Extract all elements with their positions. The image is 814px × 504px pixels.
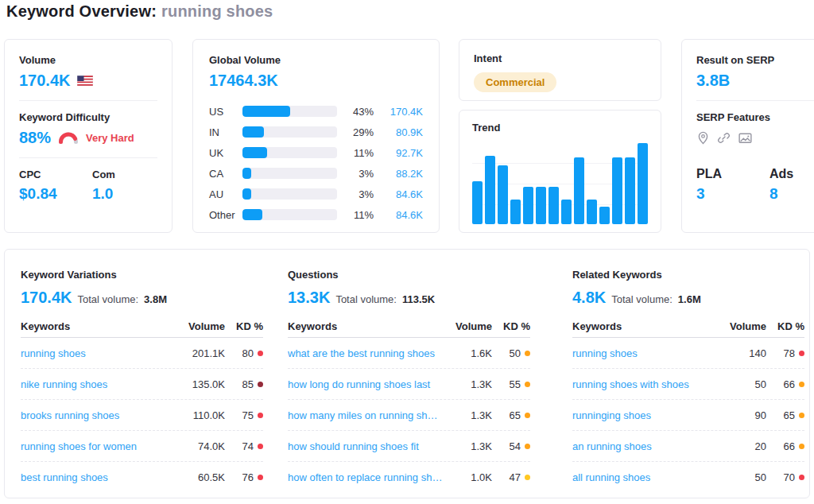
- link-icon: [717, 131, 731, 145]
- keyword-kd: 85: [225, 378, 263, 390]
- kd-value: 66: [784, 378, 795, 390]
- global-volume-value: 17464.3K: [209, 72, 278, 90]
- geo-country-label: AU: [209, 188, 242, 200]
- global-volume-title: Global Volume: [209, 54, 423, 66]
- keyword-link[interactable]: how often to replace running shoes: [288, 471, 446, 483]
- keyword-volume: 50: [720, 471, 766, 483]
- keyword-kd: 78: [766, 347, 804, 359]
- kd-dot: [799, 475, 804, 480]
- location-pin-icon: [696, 131, 710, 145]
- geo-country-label: UK: [209, 147, 242, 159]
- geo-percent: 11%: [347, 147, 374, 159]
- keyword-table-questions: Questions 13.3K Total volume: 113.5K Key…: [288, 269, 530, 493]
- kd-dot: [525, 382, 530, 387]
- geo-volume-link[interactable]: 80.9K: [383, 126, 423, 138]
- trend-bar: [510, 200, 521, 224]
- geo-row: AU 3% 84.6K: [209, 184, 423, 204]
- table-rows: running shoes 140 78 running shoes with …: [572, 338, 804, 493]
- keyword-overview-page: Keyword Overview:running shoes Volume 17…: [0, 0, 814, 504]
- column-header-kd: KD %: [766, 320, 804, 332]
- column-header-keywords: Keywords: [572, 320, 720, 332]
- difficulty-rating: Very Hard: [86, 132, 134, 144]
- serp-features-label: SERP Features: [696, 111, 814, 123]
- column-header-kd: KD %: [225, 320, 263, 332]
- keyword-volume: 60.5K: [179, 471, 225, 483]
- keyword-link[interactable]: runninging shoes: [572, 409, 720, 421]
- column-header-volume: Volume: [446, 320, 492, 332]
- geo-percent: 3%: [347, 168, 374, 180]
- kd-dot: [525, 413, 530, 418]
- divider: [19, 100, 157, 101]
- global-volume-card: Global Volume 17464.3K US 43% 170.4K IN …: [192, 39, 440, 233]
- keyword-link[interactable]: nike running shoes: [21, 378, 179, 390]
- keyword-table-keyword-variations: Keyword Variations 170.4K Total volume: …: [21, 269, 263, 493]
- kd-value: 66: [784, 440, 795, 452]
- keyword-link[interactable]: how should running shoes fit: [288, 440, 446, 452]
- geo-volume-bar-fill: [242, 147, 267, 158]
- keyword-link[interactable]: how many miles on running shoes: [288, 409, 446, 421]
- keyword-kd: 80: [225, 347, 263, 359]
- geo-percent: 29%: [347, 126, 374, 138]
- keyword-link[interactable]: running shoes: [21, 347, 179, 359]
- keyword-link[interactable]: brooks running shoes: [21, 409, 179, 421]
- table-row: how long do running shoes last 1.3K 55: [288, 369, 530, 400]
- geo-row: UK 11% 92.7K: [209, 142, 423, 163]
- keyword-link[interactable]: running shoes for women: [21, 440, 179, 452]
- volume-label: Volume: [19, 54, 157, 66]
- geo-volume-link[interactable]: 170.4K: [383, 106, 423, 118]
- trend-bar: [612, 157, 622, 224]
- keyword-link[interactable]: best running shoes: [21, 471, 179, 483]
- table-header-row: Keywords Volume KD %: [21, 316, 263, 338]
- geo-volume-bar: [242, 147, 337, 158]
- keyword-link[interactable]: running shoes with shoes: [572, 378, 720, 390]
- us-flag-icon: [77, 76, 93, 86]
- trend-bar: [536, 187, 546, 224]
- geo-volume-bar: [242, 168, 337, 179]
- keyword-volume: 135.0K: [179, 378, 225, 390]
- trend-bar: [638, 143, 648, 224]
- keyword-link[interactable]: all running shoes: [572, 471, 720, 483]
- keyword-difficulty-value: 88%: [19, 129, 51, 147]
- keyword-link[interactable]: an running shoes: [572, 440, 720, 452]
- total-volume-label: Total volume:: [335, 293, 397, 305]
- volume-block: Volume 170.4K: [19, 54, 157, 90]
- kd-value: 50: [510, 347, 521, 359]
- geo-volume-bar-fill: [242, 126, 264, 138]
- kd-value: 75: [242, 409, 254, 421]
- keyword-volume: 20: [720, 440, 766, 452]
- table-rows: running shoes 201.1K 80 nike running sho…: [21, 338, 263, 493]
- difficulty-gauge-icon: [58, 132, 79, 144]
- total-volume-value: 1.6M: [678, 293, 701, 305]
- keyword-difficulty-block: Keyword Difficulty 88% Very Hard: [19, 111, 157, 147]
- kd-dot: [258, 444, 263, 449]
- geo-volume-link[interactable]: 88.2K: [383, 168, 423, 180]
- table-row: how should running shoes fit 1.3K 54: [288, 431, 530, 462]
- keyword-link[interactable]: running shoes: [572, 347, 720, 359]
- keyword-kd: 50: [492, 347, 530, 359]
- volume-value: 170.4K: [19, 72, 71, 90]
- kd-value: 78: [784, 347, 795, 359]
- geo-volume-link[interactable]: 84.6K: [383, 188, 423, 200]
- geo-volume-link[interactable]: 84.6K: [383, 209, 423, 221]
- trend-bar: [498, 165, 508, 224]
- kd-value: 70: [784, 471, 795, 483]
- kd-value: 54: [510, 440, 521, 452]
- result-on-serp-label: Result on SERP: [696, 54, 814, 66]
- keyword-link[interactable]: what are the best running shoes: [288, 347, 446, 359]
- keyword-link[interactable]: how long do running shoes last: [288, 378, 446, 390]
- geo-percent: 11%: [347, 209, 374, 221]
- keyword-kd: 66: [766, 440, 804, 452]
- result-on-serp-block: Result on SERP 3.8B: [696, 54, 814, 90]
- geo-country-label: CA: [209, 168, 242, 180]
- keyword-volume: 1.3K: [446, 409, 492, 421]
- kd-dot: [525, 444, 530, 449]
- keyword-volume: 1.6K: [446, 347, 492, 359]
- geo-volume-link[interactable]: 92.7K: [383, 147, 423, 159]
- table-count: 170.4K: [21, 289, 72, 307]
- kd-value: 65: [784, 409, 795, 421]
- kd-dot: [799, 351, 804, 356]
- trend-bar: [625, 157, 635, 224]
- ads-label: Ads: [769, 167, 793, 181]
- table-count: 4.8K: [572, 289, 606, 307]
- keyword-volume: 90: [720, 409, 766, 421]
